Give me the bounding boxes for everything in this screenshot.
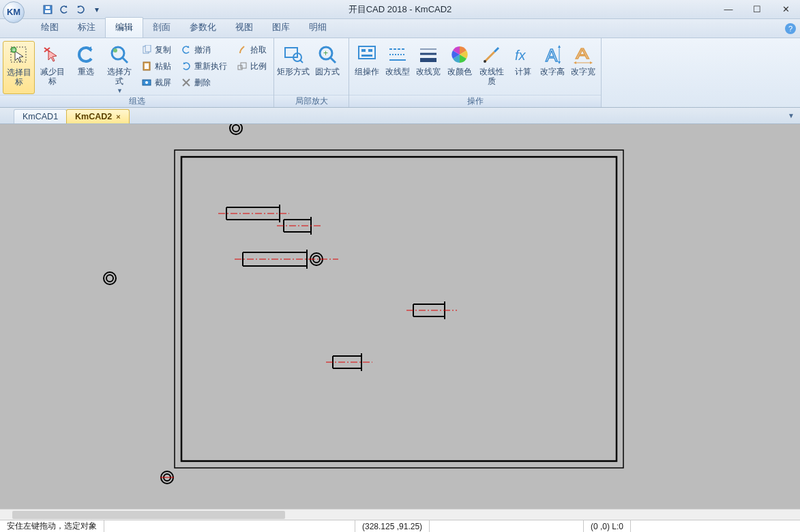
scale-icon xyxy=(237,61,248,72)
svg-rect-19 xyxy=(285,48,297,57)
menu-view[interactable]: 视图 xyxy=(226,18,263,38)
zoom-rect-icon xyxy=(282,44,304,65)
paste-icon xyxy=(141,61,152,72)
svg-text:A: A xyxy=(576,45,589,61)
scale-button[interactable]: 比例 xyxy=(234,59,269,74)
calculate-button[interactable]: fx 计算 xyxy=(509,41,536,94)
qat-dropdown-icon[interactable]: ▾ xyxy=(90,3,104,16)
pick-button[interactable]: 拾取 xyxy=(234,42,269,57)
delete-button[interactable]: 删除 xyxy=(178,75,230,90)
ribbon-group-ops: 组操作 改线型 改线宽 改颜色 改线性质 fx 计算 xyxy=(349,38,602,107)
menu-detail[interactable]: 明细 xyxy=(299,18,336,38)
paste-button[interactable]: 粘贴 xyxy=(138,59,174,74)
svg-rect-26 xyxy=(361,49,366,52)
menu-edit[interactable]: 编辑 xyxy=(105,17,143,38)
group-label: 操作 xyxy=(349,95,601,107)
line-props-button[interactable]: 改线性质 xyxy=(476,41,508,94)
menubar: 绘图 标注 编辑 剖面 参数化 视图 图库 明细 ? xyxy=(0,19,800,38)
svg-rect-25 xyxy=(359,46,375,59)
doc-tab-1[interactable]: KmCAD1 xyxy=(14,109,67,123)
zoom-rect-button[interactable]: 矩形方式 xyxy=(277,41,310,94)
select-mode-button[interactable]: 选择方式 ▼ xyxy=(104,41,136,94)
menu-draw[interactable]: 绘图 xyxy=(31,18,68,38)
doc-tab-2[interactable]: KmCAD2× xyxy=(66,109,130,123)
copy-icon xyxy=(141,44,152,55)
titlebar: KM ▾ 开目CAD 2018 - KmCAD2 — ☐ ✕ xyxy=(0,0,800,19)
redo-icon xyxy=(181,61,192,72)
menu-section[interactable]: 剖面 xyxy=(143,18,180,38)
svg-rect-2 xyxy=(46,6,50,9)
color-button[interactable]: 改颜色 xyxy=(445,41,474,94)
svg-rect-28 xyxy=(361,55,372,57)
horizontal-scrollbar[interactable] xyxy=(0,509,800,520)
svg-point-45 xyxy=(233,125,239,132)
line-style-button[interactable]: 改线型 xyxy=(383,41,412,94)
svg-line-21 xyxy=(300,60,303,63)
svg-rect-17 xyxy=(238,65,242,70)
svg-rect-42 xyxy=(175,150,623,468)
menu-library[interactable]: 图库 xyxy=(263,18,299,38)
decrease-target-icon xyxy=(42,44,63,65)
redo-button[interactable]: 重新执行 xyxy=(178,59,230,74)
quick-access-toolbar: ▾ xyxy=(25,3,108,16)
svg-rect-27 xyxy=(368,49,372,52)
pick-icon xyxy=(237,44,248,55)
svg-rect-43 xyxy=(181,157,617,461)
color-icon xyxy=(449,44,471,65)
menu-annotate[interactable]: 标注 xyxy=(68,18,105,38)
maximize-button[interactable]: ☐ xyxy=(743,2,771,17)
close-tab-icon[interactable]: × xyxy=(116,113,120,121)
group-op-button[interactable]: 组操作 xyxy=(352,41,381,94)
svg-point-44 xyxy=(230,124,242,134)
svg-text:+: + xyxy=(323,48,328,58)
document-tabs: KmCAD1 KmCAD2× ▼ xyxy=(0,108,800,124)
svg-line-7 xyxy=(122,57,128,63)
ribbon-group-select: + 选择目标 减少目标 重选 选择方式 ▼ xyxy=(0,38,274,107)
screenshot-icon xyxy=(141,77,152,88)
app-menu-button[interactable]: KM xyxy=(3,1,25,23)
text-width-icon: A xyxy=(572,44,594,65)
select-target-button[interactable]: + 选择目标 xyxy=(3,41,35,94)
group-label: 组选 xyxy=(0,95,273,107)
delete-icon xyxy=(181,77,192,88)
zoom-circle-icon: + xyxy=(316,44,338,65)
zoom-circle-button[interactable]: + 圆方式 xyxy=(311,41,344,94)
reselect-icon xyxy=(75,44,97,65)
svg-point-46 xyxy=(104,272,116,284)
svg-rect-12 xyxy=(145,63,149,69)
status-hint: 安住左键拖动，选定对象 xyxy=(0,520,104,532)
line-props-icon xyxy=(481,44,503,65)
screenshot-button[interactable]: 截屏 xyxy=(138,75,174,90)
minimize-button[interactable]: — xyxy=(714,2,743,17)
line-width-button[interactable]: 改线宽 xyxy=(414,41,443,94)
line-style-icon xyxy=(387,44,409,65)
statusbar: 安住左键拖动，选定对象 (328.125 ,91.25) (0 ,0) L:0 xyxy=(0,520,800,532)
reselect-button[interactable]: 重选 xyxy=(70,41,102,94)
text-height-icon: A xyxy=(542,44,563,65)
ribbon: + 选择目标 减少目标 重选 选择方式 ▼ xyxy=(0,38,800,108)
text-height-button[interactable]: A 改字高 xyxy=(537,41,567,94)
svg-text:A: A xyxy=(546,45,558,65)
undo-button[interactable]: 撤消 xyxy=(178,42,230,57)
text-width-button[interactable]: A 改字宽 xyxy=(569,41,598,94)
decrease-target-button[interactable]: 减少目标 xyxy=(36,41,68,94)
menu-parametric[interactable]: 参数化 xyxy=(180,18,226,38)
close-button[interactable]: ✕ xyxy=(771,2,800,17)
tabs-dropdown-icon[interactable]: ▼ xyxy=(788,112,795,119)
calculate-icon: fx xyxy=(512,44,534,65)
copy-button[interactable]: 复制 xyxy=(138,42,174,57)
help-icon[interactable]: ? xyxy=(785,23,796,34)
qat-save-icon[interactable] xyxy=(41,3,55,16)
drawing-canvas[interactable] xyxy=(0,124,800,520)
group-op-icon xyxy=(356,44,378,65)
window-title: 开目CAD 2018 - KmCAD2 xyxy=(349,3,452,16)
svg-point-47 xyxy=(106,275,113,282)
qat-undo-icon[interactable] xyxy=(57,3,71,16)
group-label: 局部放大 xyxy=(274,95,349,107)
status-layer: (0 ,0) L:0 xyxy=(583,520,631,532)
svg-rect-1 xyxy=(45,10,50,13)
status-coord: (328.125 ,91.25) xyxy=(355,520,430,532)
ribbon-group-zoom: 矩形方式 + 圆方式 局部放大 xyxy=(274,38,349,107)
qat-redo-icon[interactable] xyxy=(74,3,87,16)
select-mode-icon xyxy=(108,44,130,65)
